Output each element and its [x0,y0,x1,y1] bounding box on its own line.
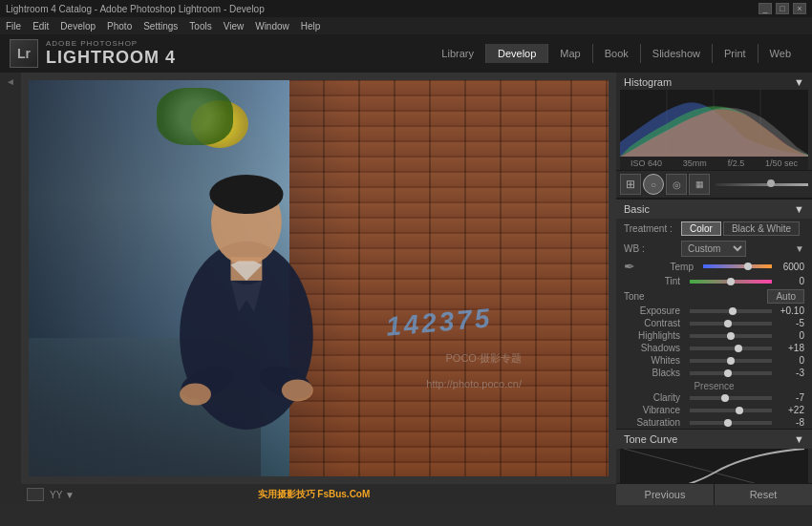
crop-tool[interactable]: ⊞ [620,174,641,195]
tab-print[interactable]: Print [712,44,758,63]
window-title: Lightroom 4 Catalog - Adobe Photoshop Li… [6,4,265,14]
menu-edit[interactable]: Edit [32,21,49,32]
menu-help[interactable]: Help [301,21,321,32]
wb-value: ▼ [746,243,805,254]
spot-heal-tool[interactable]: ○ [643,174,664,195]
view-mode-label: YY ▼ [50,490,75,500]
basic-toggle-icon: ▼ [794,203,804,215]
tone-curve-header[interactable]: Tone Curve ▼ [616,430,812,449]
contrast-slider[interactable] [690,322,772,326]
bottom-strip: YY ▼ 实用摄影技巧 FsBus.CoM [21,484,616,505]
photo-container: 142375 POCO·摄影专题 http://photo.poco.cn/ [29,80,609,476]
shutter-value: 1/50 sec [765,158,798,168]
shadows-slider-row: Shadows +18 [616,342,812,354]
aperture-value: f/2.5 [728,158,745,168]
tint-slider[interactable] [690,280,772,284]
window-controls[interactable]: _ □ × [759,3,806,14]
menu-window[interactable]: Window [255,21,289,32]
redeye-tool[interactable]: ◎ [666,174,687,195]
wb-dropdown[interactable]: Custom Auto Daylight Cloudy [681,241,746,257]
whites-slider[interactable] [690,359,772,363]
exposure-slider[interactable] [690,309,772,313]
saturation-slider[interactable] [690,421,772,425]
blacks-slider[interactable] [690,371,772,375]
exposure-slider-row: Exposure +0.10 [616,305,812,317]
left-panel: ◄ [0,73,21,505]
whites-value: 0 [776,355,804,366]
tab-develop[interactable]: Develop [485,44,547,63]
lightroom-text: LIGHTROOM 4 [46,48,176,68]
tab-map[interactable]: Map [547,44,591,63]
menu-develop[interactable]: Develop [60,21,96,32]
left-panel-toggle[interactable]: ◄ [6,76,15,87]
svg-point-7 [180,383,211,405]
previous-button[interactable]: Previous [616,484,715,505]
temp-slider-row: Temp 6000 [637,261,804,273]
tone-curve-canvas [620,449,808,483]
focal-value: 35mm [683,158,707,168]
watermark-url: http://photo.poco.cn/ [426,378,522,389]
basic-header[interactable]: Basic ▼ [616,200,812,219]
highlights-value: 0 [776,330,804,341]
logo-area: Lr ADOBE PHOTOSHOP LIGHTROOM 4 [10,39,176,68]
tab-web[interactable]: Web [758,44,802,63]
blacks-value: -3 [776,368,804,378]
wb-row: WB : Custom Auto Daylight Cloudy ▼ [616,239,812,259]
menu-tools[interactable]: Tools [189,21,211,32]
basic-label: Basic [624,203,650,215]
tool-amount-slider[interactable] [716,183,808,186]
whites-slider-row: Whites 0 [616,354,812,367]
tab-slideshow[interactable]: Slideshow [640,44,712,63]
clarity-slider[interactable] [690,396,772,400]
tone-label: Tone [624,291,645,302]
shadows-label: Shadows [624,343,686,353]
exposure-label: Exposure [624,305,686,316]
menu-view[interactable]: View [224,21,245,32]
vibrance-value: +22 [776,405,804,415]
minimize-button[interactable]: _ [759,3,772,14]
treatment-row: Treatment : Color Black & White [616,219,812,239]
histogram-toggle[interactable]: ▼ [794,76,804,88]
contrast-label: Contrast [624,318,686,328]
presence-label: Presence [616,379,812,391]
tab-library[interactable]: Library [430,44,485,63]
reset-button[interactable]: Reset [715,484,812,505]
watermark-site: POCO·摄影专题 [446,351,522,366]
menu-photo[interactable]: Photo [107,21,132,32]
tone-row: Tone Auto [616,287,812,305]
title-bar: Lightroom 4 Catalog - Adobe Photoshop Li… [0,0,812,17]
close-button[interactable]: × [793,3,806,14]
blacks-label: Blacks [624,368,686,378]
tools-row: ⊞ ○ ◎ ▦ [616,170,812,199]
saturation-slider-row: Saturation -8 [616,416,812,429]
color-button[interactable]: Color [681,221,721,236]
eyedropper-icon[interactable]: ✒ [624,259,635,274]
clarity-slider-row: Clarity -7 [616,391,812,404]
gradient-tool[interactable]: ▦ [689,174,710,195]
histogram-canvas [620,90,808,157]
filmstrip-icon[interactable] [27,488,44,501]
histogram-label: Histogram [624,76,672,88]
histogram-header: Histogram ▼ [620,74,808,90]
basic-panel-section: Basic ▼ Treatment : Color Black & White … [616,199,812,429]
bw-button[interactable]: Black & White [723,221,800,236]
highlights-slider[interactable] [690,334,772,338]
temp-label: Temp [637,262,699,272]
vibrance-slider[interactable] [690,409,772,412]
shadows-slider[interactable] [690,347,772,350]
clarity-label: Clarity [624,392,686,403]
lr-badge: Lr [10,39,38,68]
contrast-slider-row: Contrast -5 [616,317,812,329]
clarity-value: -7 [776,392,804,403]
lr-logo-text: Lr [17,46,31,61]
menu-settings[interactable]: Settings [143,21,178,32]
vibrance-slider-row: Vibrance +22 [616,404,812,416]
menu-file[interactable]: File [6,21,21,32]
wb-label: WB : [624,243,681,254]
auto-button[interactable]: Auto [767,289,804,304]
tab-book[interactable]: Book [592,44,640,63]
svg-point-8 [282,379,313,401]
main-content: ◄ [0,73,812,505]
maximize-button[interactable]: □ [776,3,789,14]
temp-slider[interactable] [703,264,772,268]
